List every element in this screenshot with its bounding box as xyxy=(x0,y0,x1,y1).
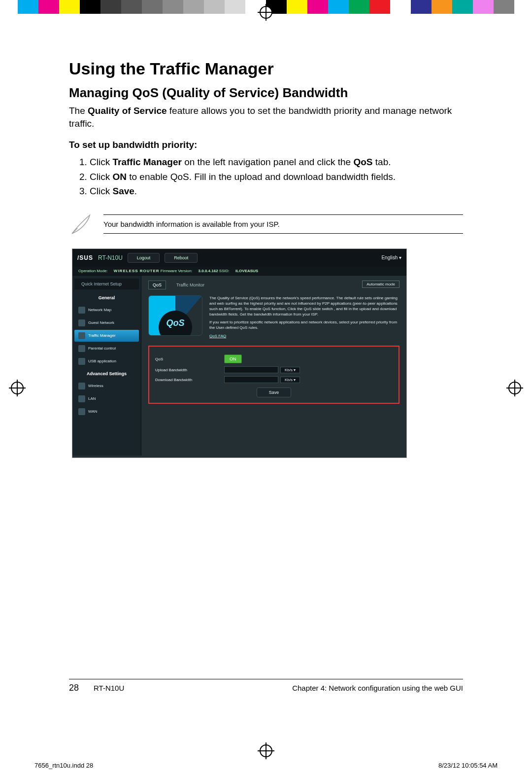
qos-on-toggle[interactable]: ON xyxy=(224,354,242,363)
form-row-qos: QoS ON xyxy=(155,354,393,363)
language-dropdown[interactable]: English ▾ xyxy=(381,255,401,260)
quill-pen-icon xyxy=(69,212,94,237)
mode-dropdown[interactable]: Automatic mode xyxy=(362,281,399,288)
sidebar-item-qis[interactable]: Quick Internet Setup xyxy=(74,279,139,289)
qos-faq-link[interactable]: QoS FAQ xyxy=(209,333,226,339)
form-row-download: Download Bandwidth Kb/s ▾ xyxy=(155,376,393,383)
text-bold: Quality of Service xyxy=(88,106,167,116)
sidebar-group-general: General xyxy=(72,292,141,303)
download-unit-select[interactable]: Kb/s ▾ xyxy=(280,377,300,383)
sidebar-item-guest-network[interactable]: Guest Network xyxy=(74,317,139,329)
qos-description: The Quality of Service (QoS) ensures the… xyxy=(209,295,399,339)
sidebar-group-advanced: Advanced Settings xyxy=(72,368,141,379)
home-icon xyxy=(78,395,85,402)
sidebar-item-wan[interactable]: WAN xyxy=(74,406,139,418)
brand-logo: /SUS xyxy=(77,254,93,261)
note-text: Your bandwidth information is available … xyxy=(103,220,463,228)
step-1: Click Traffic Manager on the left naviga… xyxy=(90,155,463,169)
sidebar-item-usb-application[interactable]: USB application xyxy=(74,355,139,367)
print-slug: 7656_rtn10u.indd 28 8/23/12 10:05:54 AM xyxy=(34,762,498,769)
registration-mark-icon xyxy=(260,6,272,19)
page-subheading: Managing QoS (Quality of Service) Bandwi… xyxy=(69,85,463,101)
registration-mark-icon xyxy=(260,744,272,757)
save-button[interactable]: Save xyxy=(257,388,292,397)
sidebar-item-network-map[interactable]: Network Map xyxy=(74,304,139,316)
planet-icon xyxy=(78,408,85,415)
logout-button[interactable]: Logout xyxy=(128,253,160,263)
router-topbar: /SUS RT-N10U Logout Reboot English ▾ xyxy=(72,249,406,267)
print-file: 7656_rtn10u.indd 28 xyxy=(34,762,93,769)
router-main-panel: QoS Traffic Monitor Automatic mode The Q… xyxy=(141,276,406,456)
upload-bandwidth-input[interactable] xyxy=(224,366,278,373)
router-sidebar: Quick Internet Setup General Network Map… xyxy=(72,276,141,456)
page-heading: Using the Traffic Manager xyxy=(69,59,463,78)
qos-form-highlight: QoS ON Upload Bandwidth Kb/s ▾ Download … xyxy=(148,346,399,404)
footer-model: RT-N10U xyxy=(94,684,124,692)
router-info-bar: Operation Mode: WIRELESS ROUTER Firmware… xyxy=(72,267,406,276)
procedure-list: Click Traffic Manager on the left naviga… xyxy=(69,155,463,198)
text: The xyxy=(69,106,88,116)
registration-mark-icon xyxy=(11,382,24,394)
label-download-bandwidth: Download Bandwidth xyxy=(155,378,224,382)
tab-traffic-monitor[interactable]: Traffic Monitor xyxy=(172,281,209,289)
router-screenshot: /SUS RT-N10U Logout Reboot English ▾ Ope… xyxy=(72,248,407,458)
footer-rule xyxy=(69,679,463,679)
label-upload-bandwidth: Upload Bandwidth xyxy=(155,368,224,372)
sidebar-item-parental-control[interactable]: Parental control xyxy=(74,343,139,354)
qos-gauge-icon xyxy=(148,295,202,336)
intro-paragraph: The Quality of Service feature allows yo… xyxy=(69,105,463,130)
usb-icon xyxy=(78,358,85,365)
page-content: Using the Traffic Manager Managing QoS (… xyxy=(69,59,463,717)
footer-chapter: Chapter 4: Network configuration using t… xyxy=(292,684,463,692)
wifi-icon xyxy=(78,383,85,389)
sidebar-item-traffic-manager[interactable]: Traffic Manager xyxy=(74,330,139,342)
globe-icon xyxy=(78,307,85,314)
tab-qos[interactable]: QoS xyxy=(148,281,166,289)
reboot-button[interactable]: Reboot xyxy=(165,253,198,263)
sidebar-item-lan[interactable]: LAN xyxy=(74,393,139,405)
router-model: RT-N10U xyxy=(98,254,123,261)
registration-mark-icon xyxy=(508,382,521,394)
step-2: Click ON to enable QoS. Fill in the uplo… xyxy=(90,170,463,184)
upload-unit-select[interactable]: Kb/s ▾ xyxy=(280,367,300,373)
label-qos: QoS xyxy=(155,357,224,361)
gauge-icon xyxy=(78,332,85,339)
print-timestamp: 8/23/12 10:05:54 AM xyxy=(438,762,498,769)
sidebar-item-wireless[interactable]: Wireless xyxy=(74,380,139,392)
page-number: 28 xyxy=(69,683,79,693)
download-bandwidth-input[interactable] xyxy=(224,376,278,383)
form-row-upload: Upload Bandwidth Kb/s ▾ xyxy=(155,366,393,373)
users-icon xyxy=(78,319,85,326)
procedure-heading: To set up bandwidth priority: xyxy=(69,140,463,150)
page-footer: 28 RT-N10U Chapter 4: Network configurat… xyxy=(69,683,463,693)
lock-icon xyxy=(78,345,85,352)
step-3: Click Save. xyxy=(90,184,463,198)
note-callout: Your bandwidth information is available … xyxy=(69,212,463,237)
